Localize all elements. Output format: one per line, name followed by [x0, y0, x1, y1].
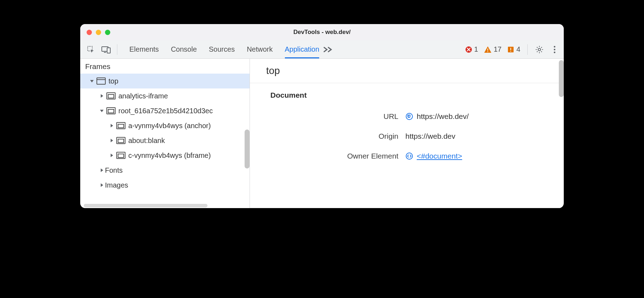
disclosure-right-icon[interactable] — [99, 94, 105, 98]
disclosure-down-icon[interactable] — [89, 79, 95, 83]
reveal-in-elements-icon[interactable] — [405, 152, 413, 160]
tab-network[interactable]: Network — [247, 40, 273, 58]
iframe-icon — [106, 92, 116, 99]
tree-item-label: c-vynmy4vb4wys (bframe) — [128, 151, 211, 160]
devtools-toolbar: Elements Console Sources Network Applica… — [80, 40, 564, 59]
content-area: Frames top — [80, 59, 564, 208]
issues-count: 4 — [516, 45, 520, 53]
sidebar-header: Frames — [80, 59, 250, 74]
settings-icon[interactable] — [531, 45, 548, 54]
main-vertical-scrollbar[interactable] — [559, 60, 564, 97]
iframe-icon — [116, 152, 125, 159]
tree-item-root[interactable]: root_616a752e1b5d4210d3ec — [80, 103, 250, 118]
svg-rect-3 — [107, 48, 110, 53]
close-window-button[interactable] — [87, 30, 92, 35]
tree-item-label: Images — [105, 181, 128, 189]
url-label: URL — [250, 112, 405, 121]
maximize-window-button[interactable] — [105, 30, 110, 35]
origin-label: Origin — [250, 132, 405, 141]
tree-item-about-blank[interactable]: about:blank — [80, 133, 250, 148]
tree-item-frame-c[interactable]: c-vynmy4vb4wys (bframe) — [80, 148, 250, 163]
svg-rect-19 — [108, 109, 114, 113]
disclosure-right-icon[interactable] — [109, 153, 115, 157]
iframe-icon — [116, 122, 125, 129]
row-origin: Origin https://web.dev — [250, 126, 564, 146]
tree-item-label: about:blank — [128, 137, 165, 145]
frames-tree: top analytics-iframe — [80, 74, 250, 193]
window-frame-icon — [96, 78, 106, 85]
svg-point-26 — [406, 113, 412, 120]
iframe-icon — [116, 137, 125, 144]
error-icon — [465, 46, 472, 53]
svg-point-27 — [406, 153, 412, 159]
tree-item-analytics-iframe[interactable]: analytics-iframe — [80, 88, 250, 103]
issues-counter[interactable]: 4 — [507, 45, 520, 53]
svg-rect-6 — [487, 51, 488, 52]
warning-icon — [484, 46, 492, 53]
warnings-counter[interactable]: 17 — [484, 45, 502, 53]
warnings-count: 17 — [494, 45, 502, 53]
svg-rect-14 — [97, 78, 105, 84]
devtools-window: DevTools - web.dev/ Elements Console — [80, 24, 564, 208]
errors-count: 1 — [474, 45, 478, 53]
document-properties: URL https://web.dev/ Origin — [250, 103, 564, 166]
svg-point-11 — [554, 46, 556, 47]
svg-point-12 — [554, 48, 556, 50]
document-section-header: Document — [250, 83, 564, 103]
window-title: DevTools - web.dev/ — [80, 29, 564, 36]
disclosure-down-icon[interactable] — [99, 109, 105, 113]
tree-item-label: a-vynmy4vb4wys (anchor) — [128, 122, 211, 130]
svg-rect-5 — [487, 48, 488, 51]
row-url: URL https://web.dev/ — [250, 107, 564, 126]
toolbar-separator-2 — [527, 44, 528, 55]
owner-element-link[interactable]: <#document> — [417, 152, 462, 160]
disclosure-right-icon[interactable] — [109, 138, 115, 143]
reveal-in-sources-icon[interactable] — [405, 113, 413, 120]
device-toolbar-icon[interactable] — [101, 46, 111, 53]
tree-item-label: Fonts — [105, 166, 123, 174]
titlebar: DevTools - web.dev/ — [80, 24, 564, 40]
sidebar-vertical-scrollbar[interactable] — [245, 130, 250, 168]
svg-rect-23 — [118, 139, 124, 143]
tree-item-label: root_616a752e1b5d4210d3ec — [118, 107, 213, 115]
origin-value: https://web.dev — [405, 132, 455, 141]
disclosure-right-icon[interactable] — [99, 183, 105, 187]
disclosure-right-icon[interactable] — [99, 168, 105, 172]
disclosure-right-icon[interactable] — [109, 124, 115, 128]
tree-item-fonts[interactable]: Fonts — [80, 163, 250, 178]
url-value[interactable]: https://web.dev/ — [417, 112, 469, 121]
frame-details-panel: top Document URL https://web.dev/ — [250, 59, 564, 208]
svg-rect-21 — [118, 124, 124, 128]
more-menu-icon[interactable] — [548, 45, 561, 54]
issues-icon — [507, 46, 514, 53]
tree-item-label: top — [109, 77, 118, 85]
svg-point-13 — [554, 51, 556, 53]
minimize-window-button[interactable] — [96, 30, 101, 35]
svg-rect-9 — [510, 51, 511, 52]
toolbar-separator — [117, 44, 117, 55]
svg-rect-25 — [118, 154, 124, 157]
svg-point-10 — [538, 48, 541, 51]
sidebar-horizontal-scrollbar[interactable] — [84, 204, 207, 207]
tree-item-images[interactable]: Images — [80, 178, 250, 193]
owner-element-label: Owner Element — [250, 152, 405, 160]
more-tabs-button[interactable] — [319, 46, 336, 53]
tree-item-top[interactable]: top — [80, 74, 250, 88]
iframe-icon — [106, 107, 116, 114]
tree-item-frame-a[interactable]: a-vynmy4vb4wys (anchor) — [80, 118, 250, 133]
svg-rect-17 — [108, 94, 114, 98]
errors-counter[interactable]: 1 — [465, 45, 478, 53]
frames-sidebar: Frames top — [80, 59, 250, 208]
inspect-element-icon[interactable] — [87, 45, 95, 54]
tree-item-label: analytics-iframe — [118, 92, 168, 100]
svg-rect-8 — [510, 48, 511, 50]
row-owner-element: Owner Element <#document> — [250, 146, 564, 166]
tab-sources[interactable]: Sources — [209, 40, 235, 58]
tab-elements[interactable]: Elements — [129, 40, 159, 58]
section-divider — [250, 208, 564, 208]
frame-title: top — [250, 59, 564, 83]
window-controls — [80, 30, 110, 35]
tab-console[interactable]: Console — [171, 40, 197, 58]
panel-tabs: Elements Console Sources Network Applica… — [120, 40, 319, 58]
tab-application[interactable]: Application — [285, 40, 320, 58]
